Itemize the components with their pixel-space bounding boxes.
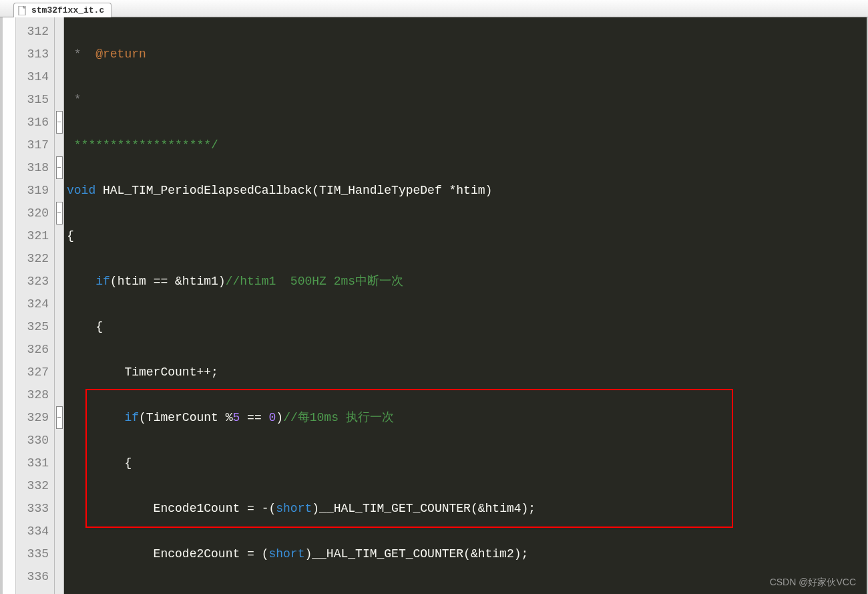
line-number: 318 xyxy=(19,156,49,179)
line-number: 320 xyxy=(19,202,49,225)
line-number: 327 xyxy=(19,361,49,384)
code-line: { xyxy=(67,225,867,247)
code-line: *******************/ xyxy=(67,134,867,156)
code-line: if(TimerCount %5 == 0)//每10ms 执行一次 xyxy=(67,406,867,429)
code-editor[interactable]: 3123133143153163173183193203213223233243… xyxy=(0,17,868,594)
line-number: 316 xyxy=(19,111,49,134)
line-number: 334 xyxy=(19,520,49,543)
line-number: 317 xyxy=(19,134,49,156)
line-number: 312 xyxy=(19,20,49,43)
code-line: Encode1Count = -(short)__HAL_TIM_GET_COU… xyxy=(67,497,867,520)
code-line: Encode2Count = (short)__HAL_TIM_GET_COUN… xyxy=(67,543,867,565)
tab-filename: stm32f1xx_it.c xyxy=(31,5,104,15)
margin xyxy=(3,17,16,594)
c-file-icon xyxy=(18,6,27,15)
line-number: 329 xyxy=(19,406,49,429)
code-line: { xyxy=(67,315,867,338)
line-number: 324 xyxy=(19,293,49,315)
code-line: void HAL_TIM_PeriodElapsedCallback(TIM_H… xyxy=(67,179,867,202)
tab-bar: stm32f1xx_it.c xyxy=(0,0,868,17)
line-number: 330 xyxy=(19,429,49,452)
code-area[interactable]: * @return * *******************/ void HA… xyxy=(64,17,867,594)
line-number: 319 xyxy=(19,179,49,202)
code-line: * xyxy=(67,88,867,111)
line-number-gutter: 3123133143153163173183193203213223233243… xyxy=(16,17,55,594)
line-number: 315 xyxy=(19,88,49,111)
fold-column: −−−− xyxy=(55,17,64,594)
line-number: 335 xyxy=(19,543,49,565)
code-line: { xyxy=(67,452,867,474)
line-number: 328 xyxy=(19,384,49,406)
line-number: 336 xyxy=(19,565,49,588)
line-number: 331 xyxy=(19,452,49,474)
line-number: 321 xyxy=(19,225,49,247)
line-number: 314 xyxy=(19,65,49,88)
code-line: if(htim == &htim1)//htim1 500HZ 2ms中断一次 xyxy=(67,270,867,293)
line-number: 325 xyxy=(19,315,49,338)
fold-toggle-icon[interactable]: − xyxy=(56,202,63,225)
fold-toggle-icon[interactable]: − xyxy=(56,111,63,134)
code-line: TimerCount++; xyxy=(67,361,867,384)
fold-toggle-icon[interactable]: − xyxy=(56,156,63,179)
line-number: 326 xyxy=(19,338,49,361)
line-number: 323 xyxy=(19,270,49,293)
line-number: 337 xyxy=(19,588,49,594)
line-number: 333 xyxy=(19,497,49,520)
line-number: 322 xyxy=(19,247,49,270)
tab-file[interactable]: stm32f1xx_it.c xyxy=(13,3,112,17)
fold-toggle-icon[interactable]: − xyxy=(56,406,63,429)
code-line: __HAL_TIM_SET_COUNTER(&htim4,0); xyxy=(67,588,867,594)
watermark: CSDN @好家伙VCC xyxy=(770,577,856,589)
code-line: * @return xyxy=(67,43,867,65)
line-number: 313 xyxy=(19,43,49,65)
line-number: 332 xyxy=(19,474,49,497)
